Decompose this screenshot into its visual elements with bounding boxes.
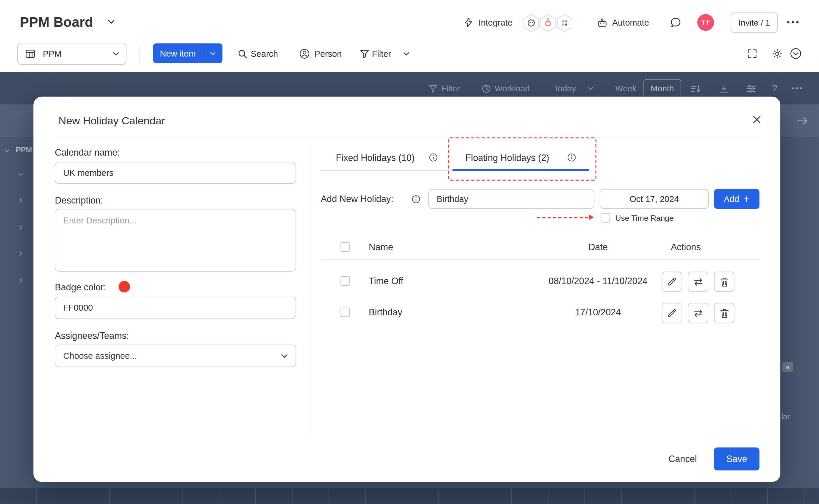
swap-button[interactable] xyxy=(688,303,708,323)
table-view-icon xyxy=(25,48,35,59)
description-label: Description: xyxy=(55,195,103,206)
row-checkbox[interactable] xyxy=(340,308,350,317)
fullscreen-icon[interactable] xyxy=(747,48,757,59)
annotation-arrow-line xyxy=(537,217,588,218)
select-all-checkbox[interactable] xyxy=(340,242,350,252)
collapse-chevron-icon[interactable] xyxy=(790,48,802,60)
holiday-name-input[interactable] xyxy=(428,189,594,209)
badge-color-swatch[interactable] xyxy=(118,281,130,292)
modal-column-divider xyxy=(310,146,310,433)
description-textarea[interactable] xyxy=(55,209,296,272)
board-title-chevron-icon[interactable] xyxy=(108,19,115,24)
date-column-header: Date xyxy=(572,242,624,253)
chat-bubble-icon[interactable] xyxy=(670,17,682,29)
today-label: Today xyxy=(554,84,576,94)
info-icon[interactable] xyxy=(429,153,438,162)
invite-button[interactable]: Invite / 1 xyxy=(731,12,778,33)
search-button[interactable]: Search xyxy=(251,48,278,59)
board-filter-label: Filter xyxy=(441,84,460,94)
badge-color-input[interactable] xyxy=(55,297,296,319)
save-button[interactable]: Save xyxy=(714,447,759,470)
integration-app-icons[interactable] xyxy=(522,14,576,34)
holiday-date-input[interactable] xyxy=(600,189,709,209)
annotation-arrow-head xyxy=(589,215,594,220)
calendar-name-input[interactable] xyxy=(55,162,296,184)
chevron-down-icon xyxy=(281,353,288,358)
info-icon[interactable] xyxy=(412,195,421,204)
row-expander-icon xyxy=(19,251,22,256)
new-item-dropdown[interactable] xyxy=(203,43,223,63)
integrate-icon xyxy=(464,17,473,28)
integrate-button[interactable]: Integrate xyxy=(479,17,512,28)
help-icon: ? xyxy=(772,83,777,93)
timeline-label-fragment: lar xyxy=(782,413,790,421)
group-collapse-icon xyxy=(4,149,10,152)
download-icon xyxy=(719,84,729,94)
settings-sliders-icon xyxy=(746,84,756,94)
holiday-row-date: 17/10/2024 xyxy=(520,307,676,318)
name-column-header: Name xyxy=(369,242,393,253)
add-holiday-button[interactable]: Add + xyxy=(714,189,759,209)
table-header-divider xyxy=(321,259,759,260)
edit-button[interactable] xyxy=(662,303,682,323)
row-expander-icon xyxy=(19,197,22,203)
board-footer-row xyxy=(0,488,819,504)
add-holiday-label: Add New Holiday: xyxy=(321,194,393,204)
filter-button[interactable]: Filter xyxy=(372,48,391,59)
modal-title: New Holiday Calendar xyxy=(59,114,165,127)
row-expander-icon xyxy=(19,277,22,283)
view-selector[interactable]: PPM xyxy=(17,43,126,65)
automate-robot-icon xyxy=(596,18,608,28)
month-toggle: Month xyxy=(643,79,681,98)
person-filter-button[interactable]: Person xyxy=(315,48,342,59)
use-time-range-checkbox[interactable] xyxy=(601,213,610,223)
automate-button[interactable]: Automate xyxy=(612,17,649,28)
toolbar-divider xyxy=(140,46,140,62)
app: PPM Board Integrate Automate TT xyxy=(0,0,819,504)
plus-icon: + xyxy=(743,194,750,204)
delete-button[interactable] xyxy=(714,272,734,292)
cancel-button[interactable]: Cancel xyxy=(657,454,709,465)
assignees-label: Assignees/Teams: xyxy=(55,331,129,341)
view-toolbar: PPM New item Search Person Filter xyxy=(0,37,819,72)
search-icon xyxy=(237,48,248,59)
timeline-next-arrow-icon xyxy=(796,116,809,125)
calendar-name-label: Calendar name: xyxy=(55,147,120,158)
actions-column-header: Actions xyxy=(660,242,712,253)
assignee-select[interactable]: Choose assignee... xyxy=(55,345,296,367)
chevron-down-icon xyxy=(113,52,119,56)
more-menu-icon[interactable] xyxy=(787,20,799,24)
new-item-button[interactable]: New item xyxy=(153,43,203,63)
edit-button[interactable] xyxy=(662,272,682,292)
gear-icon[interactable] xyxy=(772,48,782,59)
swap-button[interactable] xyxy=(688,272,708,292)
view-selector-label: PPM xyxy=(43,48,113,59)
add-button-label: Add xyxy=(724,194,739,204)
row-checkbox[interactable] xyxy=(340,276,350,286)
timeline-item-fragment: a xyxy=(782,362,793,372)
filter-funnel-icon xyxy=(360,48,370,59)
modal-header-divider xyxy=(59,137,757,137)
page-title: PPM Board xyxy=(20,14,93,30)
close-icon[interactable] xyxy=(753,115,761,124)
avatar[interactable]: TT xyxy=(697,14,714,31)
board-filter-funnel-icon xyxy=(428,84,438,94)
holiday-row-name: Time Off xyxy=(369,276,403,287)
holiday-row-date: 08/10/2024 - 11/10/2024 xyxy=(520,276,676,287)
workload-label: Workload xyxy=(495,84,530,94)
filter-chevron-icon[interactable] xyxy=(403,52,409,56)
week-label: Week xyxy=(615,84,637,94)
workload-icon xyxy=(482,84,491,94)
top-header: PPM Board Integrate Automate TT xyxy=(0,0,819,37)
board-group-label: PPM xyxy=(16,146,32,154)
tab-fixed-holidays[interactable]: Fixed Holidays (10) xyxy=(336,152,415,164)
row-expander-icon xyxy=(18,172,24,176)
board-more-icon xyxy=(792,87,802,90)
sort-icon xyxy=(690,84,701,94)
use-time-range-label: Use Time Range xyxy=(615,214,674,223)
row-expander-icon xyxy=(19,225,22,230)
assignee-select-value: Choose assignee... xyxy=(63,351,137,361)
annotation-floating-tab-highlight xyxy=(448,137,596,181)
mailchimp-icon xyxy=(522,14,540,32)
delete-button[interactable] xyxy=(714,303,734,323)
